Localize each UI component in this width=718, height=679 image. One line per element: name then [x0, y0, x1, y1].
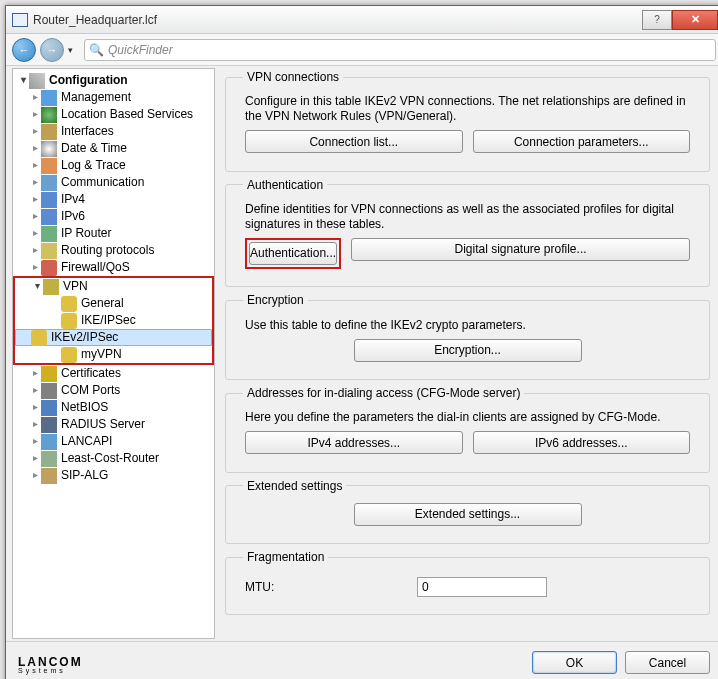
- extended-settings-button[interactable]: Extended settings...: [354, 503, 582, 526]
- tree-item-general[interactable]: General: [15, 295, 212, 312]
- ok-button[interactable]: OK: [532, 651, 617, 674]
- tree-item-certificates[interactable]: Certificates: [13, 365, 214, 382]
- quickfinder-input[interactable]: 🔍 QuickFinder: [84, 39, 716, 61]
- nav-history-dropdown[interactable]: ▾: [68, 45, 80, 55]
- tree-item-date-time[interactable]: Date & Time: [13, 140, 214, 157]
- tree-icon: [41, 417, 57, 433]
- titlebar: Router_Headquarter.lcf ? ✕: [6, 6, 718, 34]
- tree-item-sip-alg[interactable]: SIP-ALG: [13, 467, 214, 484]
- mtu-input[interactable]: [417, 577, 547, 597]
- group-addresses: Addresses for in-dialing access (CFG-Mod…: [225, 386, 710, 473]
- tree-icon: [41, 260, 57, 276]
- config-tree[interactable]: Configuration ManagementLocation Based S…: [12, 68, 215, 639]
- tree-item-com-ports[interactable]: COM Ports: [13, 382, 214, 399]
- connection-parameters-button[interactable]: Connection parameters...: [473, 130, 691, 153]
- tree-icon: [41, 90, 57, 106]
- tree-item-interfaces[interactable]: Interfaces: [13, 123, 214, 140]
- tree-item-ip-router[interactable]: IP Router: [13, 225, 214, 242]
- tree-item-netbios[interactable]: NetBIOS: [13, 399, 214, 416]
- quickfinder-placeholder: QuickFinder: [108, 43, 173, 57]
- tree-icon: [31, 330, 47, 346]
- tree-icon: [41, 107, 57, 123]
- ipv4-addresses-button[interactable]: IPv4 addresses...: [245, 431, 463, 454]
- tree-icon: [41, 468, 57, 484]
- tree-icon: [41, 383, 57, 399]
- tree-icon: [41, 451, 57, 467]
- tree-item-log-trace[interactable]: Log & Trace: [13, 157, 214, 174]
- tree-icon: [41, 434, 57, 450]
- tree-icon: [41, 243, 57, 259]
- highlight-auth-button: Authentication...: [245, 238, 341, 269]
- encryption-button[interactable]: Encryption...: [354, 339, 582, 362]
- close-button[interactable]: ✕: [672, 10, 718, 30]
- group-fragmentation: Fragmentation MTU:: [225, 550, 710, 615]
- config-window: Router_Headquarter.lcf ? ✕ ← → ▾ 🔍 Quick…: [5, 5, 718, 679]
- tree-icon: [41, 158, 57, 174]
- tree-item-location-based-services[interactable]: Location Based Services: [13, 106, 214, 123]
- tree-icon: [61, 347, 77, 363]
- tree-icon: [61, 296, 77, 312]
- cancel-button[interactable]: Cancel: [625, 651, 710, 674]
- tree-icon: [41, 209, 57, 225]
- group-extended-settings: Extended settings Extended settings...: [225, 479, 710, 545]
- toolbar: ← → ▾ 🔍 QuickFinder: [6, 34, 718, 66]
- tree-item-myvpn[interactable]: myVPN: [15, 346, 212, 363]
- window-title: Router_Headquarter.lcf: [33, 13, 642, 27]
- brand-logo: LANCOM Systems: [18, 652, 83, 674]
- mtu-label: MTU:: [245, 580, 405, 594]
- authentication-button[interactable]: Authentication...: [249, 242, 337, 265]
- wrench-icon: [29, 73, 45, 89]
- tree-icon: [41, 124, 57, 140]
- tree-icon: [41, 175, 57, 191]
- tree-item-communication[interactable]: Communication: [13, 174, 214, 191]
- group-authentication: Authentication Define identities for VPN…: [225, 178, 710, 288]
- tree-item-routing-protocols[interactable]: Routing protocols: [13, 242, 214, 259]
- tree-root[interactable]: Configuration: [13, 72, 214, 89]
- highlight-tree-vpn: VPN GeneralIKE/IPSecIKEv2/IPSecmyVPN: [13, 276, 214, 365]
- digital-signature-profile-button[interactable]: Digital signature profile...: [351, 238, 690, 261]
- tree-item-lancapi[interactable]: LANCAPI: [13, 433, 214, 450]
- ipv6-addresses-button[interactable]: IPv6 addresses...: [473, 431, 691, 454]
- help-button[interactable]: ?: [642, 10, 672, 30]
- back-button[interactable]: ←: [12, 38, 36, 62]
- tree-item-firewall-qos[interactable]: Firewall/QoS: [13, 259, 214, 276]
- tree-icon: [41, 366, 57, 382]
- settings-pane: VPN connections Configure in this table …: [215, 66, 718, 641]
- tree-icon: [41, 192, 57, 208]
- group-encryption: Encryption Use this table to define the …: [225, 293, 710, 380]
- tree-icon: [61, 313, 77, 329]
- tree-item-ipv6[interactable]: IPv6: [13, 208, 214, 225]
- tree-icon: [41, 141, 57, 157]
- search-icon: 🔍: [89, 43, 104, 57]
- forward-button[interactable]: →: [40, 38, 64, 62]
- tree-item-radius-server[interactable]: RADIUS Server: [13, 416, 214, 433]
- tree-item-management[interactable]: Management: [13, 89, 214, 106]
- group-vpn-connections: VPN connections Configure in this table …: [225, 70, 710, 172]
- connection-list-button[interactable]: Connection list...: [245, 130, 463, 153]
- tree-item-ipv4[interactable]: IPv4: [13, 191, 214, 208]
- footer: LANCOM Systems OK Cancel: [6, 641, 718, 679]
- tree-icon: [41, 400, 57, 416]
- tree-item-ike-ipsec[interactable]: IKE/IPSec: [15, 312, 212, 329]
- tree-item-vpn[interactable]: VPN: [15, 278, 212, 295]
- tree-item-least-cost-router[interactable]: Least-Cost-Router: [13, 450, 214, 467]
- vpn-icon: [43, 279, 59, 295]
- app-icon: [12, 13, 28, 27]
- tree-item-ikev2-ipsec[interactable]: IKEv2/IPSec: [15, 329, 212, 346]
- tree-icon: [41, 226, 57, 242]
